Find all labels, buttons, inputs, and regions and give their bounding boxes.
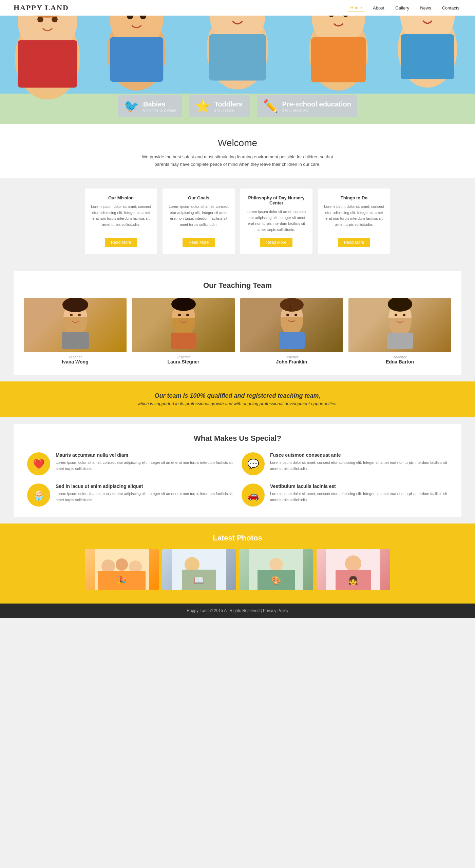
svg-rect-25 <box>311 37 366 82</box>
special-item-4-text: Lorem ipsum dolor sit amet, consect etur… <box>270 491 448 503</box>
photo-svg-1: 🎉 <box>95 549 149 590</box>
team-photo-2 <box>132 298 235 352</box>
hero-cards: 🐦 Babies 6 months to 2 years ⭐ Toddlers … <box>0 95 475 117</box>
team-name-4: Edna Barton <box>348 359 451 364</box>
header: HAPPY LAND Home About Gallery News Conta… <box>0 0 475 16</box>
svg-point-43 <box>280 298 304 312</box>
nav-about[interactable]: About <box>371 4 386 12</box>
svg-point-4 <box>37 17 43 23</box>
photo-thumb-2: 📖 <box>162 549 236 590</box>
preschool-title: Pre-school education <box>282 100 351 108</box>
card-things-title: Things to Do <box>341 195 367 200</box>
team-role-1: Teacher <box>24 355 127 359</box>
special-item-1: ❤️ Mauris accumsan nulla vel diam Lorem … <box>27 452 233 475</box>
team-name-2: Laura Stegner <box>132 359 235 364</box>
nav-news[interactable]: News <box>418 4 433 12</box>
svg-rect-13 <box>110 37 164 82</box>
footer-text: Happy Land © 2015 All Rights Reserved | … <box>187 608 288 613</box>
card-philosophy-title: Philosophy of Day Nursery Center <box>246 195 307 205</box>
babies-icon: 🐦 <box>124 99 139 113</box>
card-goals-text: Lorem ipsum dolor sit amet, consect etur… <box>168 204 229 233</box>
svg-text:📖: 📖 <box>194 575 204 585</box>
nav-gallery[interactable]: Gallery <box>393 4 411 12</box>
card-philosophy-button[interactable]: Read More <box>260 238 292 247</box>
photo-thumb-1: 🎉 <box>85 549 159 590</box>
hero-section: 🐦 Babies 6 months to 2 years ⭐ Toddlers … <box>0 16 475 124</box>
team-name-1: Ivana Wong <box>24 359 127 364</box>
card-mission: Our Mission Lorem ipsum dolor sit amet, … <box>85 189 157 254</box>
svg-point-46 <box>294 314 297 316</box>
special-item-3-text: Lorem ipsum dolor sit amet, consect etur… <box>56 491 233 503</box>
toddlers-title: Toddlers <box>214 100 243 108</box>
toddlers-subtitle: 2 to 3 years <box>214 108 243 112</box>
svg-rect-50 <box>387 333 413 349</box>
card-things-button[interactable]: Read More <box>338 238 370 247</box>
team-name-3: John Franklin <box>240 359 343 364</box>
welcome-title: Welcome <box>20 138 455 149</box>
team-grid: Teacher Ivana Wong Teacher Laura Stegner <box>24 298 451 364</box>
team-photo-svg-3 <box>271 298 312 349</box>
special-item-4: 🚗 Vestibulum iaculis lacinia est Lorem i… <box>242 484 448 507</box>
team-member-4: Teacher Edna Barton <box>348 298 451 364</box>
photo-thumb-3: 🎨 <box>239 549 313 590</box>
welcome-description: We provide the best safest and most stim… <box>136 153 339 168</box>
team-photo-1 <box>24 298 127 352</box>
team-member-2: Teacher Laura Stegner <box>132 298 235 364</box>
card-goals: Our Goals Lorem ipsum dolor sit amet, co… <box>163 189 235 254</box>
navigation: Home About Gallery News Contacts <box>348 4 461 12</box>
team-title: Our Teaching Team <box>24 281 451 290</box>
welcome-section: Welcome We provide the best safest and m… <box>0 124 475 178</box>
photo-svg-2: 📖 <box>172 549 226 590</box>
svg-point-35 <box>70 314 73 316</box>
nav-contacts[interactable]: Contacts <box>440 4 461 12</box>
photos-grid: 🎉 📖 🎨 👧 <box>85 549 390 590</box>
photos-section: Latest Photos 🎉 📖 <box>0 524 475 604</box>
svg-point-36 <box>78 314 81 316</box>
special-item-2-title: Fusce euismod consequat ante <box>270 452 448 458</box>
special-icon-4: 🚗 <box>242 484 265 507</box>
card-things: Things to Do Lorem ipsum dolor sit amet,… <box>318 189 390 254</box>
special-item-3-title: Sed in lacus ut enim adipiscing aliquet <box>56 484 233 489</box>
banner-main: Our team is 100% qualified and registere… <box>20 391 455 401</box>
card-goals-title: Our Goals <box>188 195 209 200</box>
team-photo-svg-4 <box>380 298 420 349</box>
special-title: What Makes Us Special? <box>27 434 448 443</box>
footer: Happy Land © 2015 All Rights Reserved | … <box>0 604 475 618</box>
cards-section: Our Mission Lorem ipsum dolor sit amet, … <box>0 178 475 264</box>
photo-svg-3: 🎨 <box>249 549 303 590</box>
nav-home[interactable]: Home <box>348 4 364 12</box>
svg-text:👧: 👧 <box>348 575 358 585</box>
team-photo-4 <box>348 298 451 352</box>
logo: HAPPY LAND <box>14 3 69 12</box>
svg-point-40 <box>178 314 181 316</box>
card-mission-button[interactable]: Read More <box>105 238 137 247</box>
svg-rect-31 <box>401 34 454 79</box>
svg-rect-39 <box>171 333 196 349</box>
team-photo-svg-2 <box>163 298 204 349</box>
svg-text:🎨: 🎨 <box>271 575 281 585</box>
special-icon-1: ❤️ <box>27 452 50 475</box>
photos-title: Latest Photos <box>14 534 461 542</box>
svg-point-33 <box>62 298 88 312</box>
card-things-text: Lorem ipsum dolor sit amet, consect etur… <box>323 204 385 233</box>
special-grid: ❤️ Mauris accumsan nulla vel diam Lorem … <box>27 452 448 507</box>
special-icon-3: 🧁 <box>27 484 50 507</box>
card-goals-button[interactable]: Read More <box>183 238 215 247</box>
svg-point-41 <box>186 314 189 316</box>
svg-point-52 <box>403 314 405 316</box>
svg-rect-44 <box>279 332 305 349</box>
preschool-subtitle: 3 to 5 years old <box>282 108 351 112</box>
banner-main-text: Our team is 100% qualified and registere… <box>154 392 320 399</box>
special-icon-2: 💬 <box>242 452 265 475</box>
banner-sub: which is supported in its professional g… <box>20 400 455 408</box>
card-mission-text: Lorem ipsum dolor sit amet, consect etur… <box>90 204 152 233</box>
team-role-2: Teacher <box>132 355 235 359</box>
babies-title: Babies <box>143 100 176 108</box>
svg-point-5 <box>52 17 58 23</box>
special-item-4-title: Vestibulum iaculis lacinia est <box>270 484 448 489</box>
team-member-3: Teacher John Franklin <box>240 298 343 364</box>
special-item-3: 🧁 Sed in lacus ut enim adipiscing alique… <box>27 484 233 507</box>
special-section: What Makes Us Special? ❤️ Mauris accumsa… <box>14 424 461 517</box>
photo-thumb-4: 👧 <box>317 549 391 590</box>
card-mission-title: Our Mission <box>108 195 134 200</box>
